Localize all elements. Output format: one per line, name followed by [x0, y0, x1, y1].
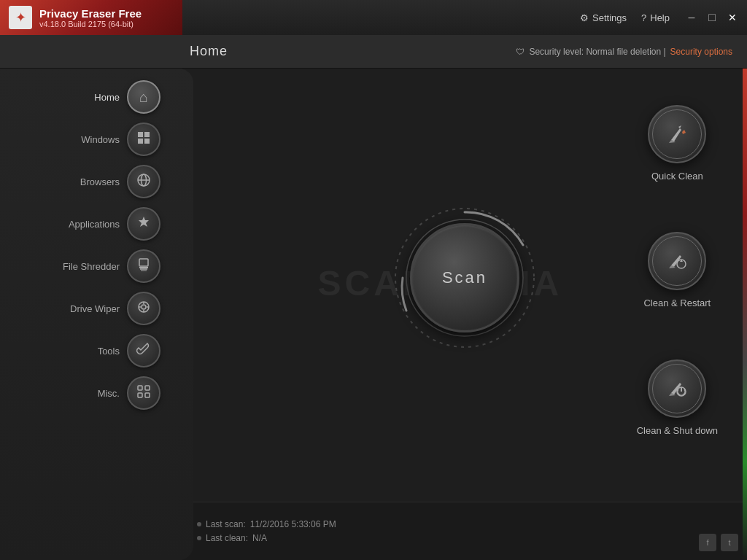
last-scan-value: 11/2/2016 5:33:06 PM [250, 519, 336, 529]
social-icons: f t [699, 534, 738, 551]
svg-rect-3 [144, 139, 150, 144]
action-circle-clean-shutdown [648, 359, 706, 418]
nav-icon-home: ⌂ [127, 80, 160, 114]
security-info: 🛡 Security level: Normal file deletion |… [516, 47, 747, 57]
svg-rect-7 [139, 259, 148, 266]
twitter-button[interactable]: t [721, 534, 738, 551]
nav-icon-tools [127, 334, 160, 368]
logo-area: ✦ Privacy Eraser Free v4.18.0 Build 2175… [0, 0, 182, 35]
last-clean-value: N/A [252, 533, 267, 543]
tools-icon [136, 342, 151, 360]
footer: Last scan: 11/2/2016 5:33:06 PM Last cle… [182, 502, 747, 560]
nav-label: Windows [81, 134, 120, 145]
home-icon: ⌂ [139, 89, 148, 106]
misc-icon [136, 384, 151, 402]
clean-shutdown-icon [665, 377, 689, 400]
scan-button-container: Scan [392, 205, 538, 351]
scan-label: Scan [442, 268, 487, 287]
nav-icon-file-shredder [127, 249, 160, 283]
nav-label: Applications [69, 219, 120, 230]
titlebar: ✦ Privacy Eraser Free v4.18.0 Build 2175… [0, 0, 747, 35]
svg-point-23 [677, 260, 686, 268]
minimize-button[interactable]: – [684, 11, 699, 24]
svg-point-24 [677, 387, 686, 396]
last-scan-item: Last scan: 11/2/2016 5:33:06 PM [197, 519, 732, 529]
maximize-button[interactable]: □ [705, 11, 719, 24]
nav-label: Drive Wiper [70, 303, 120, 314]
action-buttons: Quick Clean Clean & Restart Clean & Shut… [637, 83, 718, 458]
svg-rect-1 [144, 132, 150, 137]
sidebar: Home⌂WindowsBrowsersApplicationsFile Shr… [0, 69, 182, 560]
action-clean-shutdown[interactable]: Clean & Shut down [637, 359, 718, 436]
nav-icon-drive-wiper [127, 292, 160, 325]
svg-rect-17 [138, 386, 142, 390]
svg-point-12 [142, 305, 146, 309]
browsers-icon [136, 173, 151, 191]
action-label-clean-restart: Clean & Restart [643, 298, 711, 308]
scan-ring: Scan [392, 205, 538, 351]
titlebar-right: ⚙ Settings ? Help – □ ✕ [182, 11, 747, 24]
sidebar-item-applications[interactable]: Applications [0, 203, 182, 245]
action-label-quick-clean: Quick Clean [651, 171, 703, 182]
nav-label: Browsers [80, 176, 120, 187]
applications-icon [136, 215, 151, 233]
last-clean-label: Last clean: [206, 533, 248, 543]
help-icon: ? [641, 12, 646, 23]
sidebar-item-home[interactable]: Home⌂ [0, 76, 182, 118]
nav-icon-browsers [127, 165, 160, 198]
nav-label: File Shredder [63, 261, 120, 272]
sidebar-item-windows[interactable]: Windows [0, 118, 182, 160]
close-button[interactable]: ✕ [725, 12, 740, 23]
content-area: SCANMEDIA Scan [182, 69, 747, 560]
bullet-icon-2 [197, 536, 201, 540]
header: Home 🛡 Security level: Normal file delet… [0, 35, 747, 69]
app-version: v4.18.0 Build 2175 (64-bit) [39, 20, 142, 28]
action-circle-quick-clean [648, 105, 706, 163]
main-layout: Home⌂WindowsBrowsersApplicationsFile Shr… [0, 69, 747, 560]
svg-rect-18 [145, 386, 150, 390]
last-clean-item: Last clean: N/A [197, 533, 732, 543]
svg-rect-2 [138, 139, 143, 144]
page-title: Home [190, 44, 228, 59]
sidebar-item-drive-wiper[interactable]: Drive Wiper [0, 287, 182, 330]
action-label-clean-shutdown: Clean & Shut down [637, 425, 718, 436]
action-circle-clean-restart [648, 232, 706, 290]
security-level-text: Security level: Normal file deletion | [529, 47, 665, 57]
help-button[interactable]: ? Help [641, 12, 670, 23]
logo-icon: ✦ [9, 6, 32, 29]
sidebar-item-misc[interactable]: Misc. [0, 372, 182, 414]
action-clean-restart[interactable]: Clean & Restart [643, 232, 711, 308]
nav-label: Tools [98, 346, 120, 357]
window-controls: – □ ✕ [684, 11, 740, 24]
app-title-block: Privacy Eraser Free v4.18.0 Build 2175 (… [39, 7, 142, 28]
nav-icon-windows [127, 122, 160, 156]
svg-rect-0 [138, 132, 143, 137]
sidebar-item-browsers[interactable]: Browsers [0, 160, 182, 203]
settings-button[interactable]: ⚙ Settings [580, 12, 627, 23]
last-scan-label: Last scan: [206, 519, 246, 529]
quick-clean-icon [665, 122, 689, 146]
action-quick-clean[interactable]: Quick Clean [648, 105, 706, 182]
file-shredder-icon [136, 257, 151, 276]
scan-button[interactable]: Scan [410, 223, 519, 332]
sidebar-item-tools[interactable]: Tools [0, 330, 182, 372]
bullet-icon [197, 522, 201, 526]
right-edge [743, 69, 747, 560]
shield-icon: 🛡 [516, 47, 525, 57]
app-name: Privacy Eraser Free [39, 7, 142, 20]
nav-icon-applications [127, 207, 160, 241]
clean-restart-icon [665, 249, 689, 273]
gear-icon: ⚙ [580, 12, 589, 23]
sidebar-item-file-shredder[interactable]: File Shredder [0, 245, 182, 287]
nav-label: Home [94, 92, 120, 103]
svg-rect-20 [145, 393, 150, 397]
facebook-button[interactable]: f [699, 534, 716, 551]
security-options-link[interactable]: Security options [670, 47, 732, 57]
nav-icon-misc [127, 376, 160, 410]
drive-wiper-icon [136, 300, 151, 318]
nav-label: Misc. [98, 388, 120, 399]
scan-area: SCANMEDIA Scan [182, 69, 747, 502]
windows-icon [136, 131, 151, 149]
svg-rect-19 [138, 393, 142, 397]
